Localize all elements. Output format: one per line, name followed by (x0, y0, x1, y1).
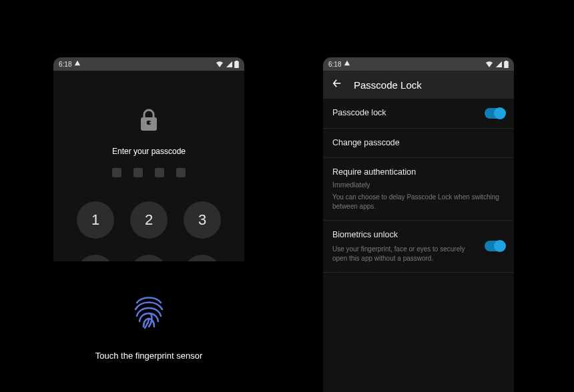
status-icons (485, 61, 509, 68)
row-desc: Use your fingerprint, face or eyes to se… (332, 245, 477, 263)
lock-icon (53, 108, 244, 132)
status-icons (216, 61, 239, 68)
fingerprint-icon[interactable] (130, 293, 168, 333)
status-time: 6:18 (328, 61, 341, 68)
title-bar: Passcode Lock (323, 71, 514, 99)
pin-dot (155, 168, 164, 177)
pin-dot (133, 168, 143, 177)
settings-list: Passcode lock Change passcode Require au… (323, 99, 514, 273)
svg-rect-0 (234, 61, 239, 68)
passcode-dots (53, 168, 244, 177)
row-desc: You can choose to delay Passcode Lock wh… (332, 193, 505, 211)
signal-icon (495, 61, 502, 67)
battery-icon (234, 61, 239, 68)
page-title: Passcode Lock (354, 79, 422, 91)
keypad-key-1[interactable]: 1 (77, 201, 114, 239)
fingerprint-sheet: Touch the fingerprint sensor (53, 261, 244, 392)
keypad-key-3[interactable]: 3 (184, 201, 221, 239)
row-label: Change passcode (332, 137, 505, 149)
row-require-authentication[interactable]: Require authentication Immediately You c… (323, 158, 514, 221)
row-label: Passcode lock (332, 107, 477, 119)
svg-rect-5 (504, 61, 509, 68)
toggle-passcode-lock[interactable] (485, 108, 505, 119)
warning-icon (74, 60, 81, 68)
phone-lock-screen: 6:18 Enter your passco (53, 57, 244, 392)
status-bar: 6:18 (53, 57, 244, 71)
keypad-key-2[interactable]: 2 (130, 201, 168, 239)
row-change-passcode[interactable]: Change passcode (323, 129, 514, 159)
fingerprint-prompt: Touch the fingerprint sensor (95, 351, 202, 361)
pin-dot (176, 168, 186, 177)
back-arrow-icon[interactable] (331, 77, 343, 92)
wifi-icon (485, 61, 493, 67)
svg-rect-1 (236, 61, 238, 61)
passcode-entry-area: Enter your passcode 1 2 3 4 5 6 (53, 71, 244, 292)
svg-point-4 (150, 122, 152, 124)
svg-rect-6 (505, 61, 507, 61)
toggle-biometrics[interactable] (485, 241, 505, 251)
wifi-icon (216, 61, 224, 67)
row-value: Immediately (332, 180, 505, 190)
pin-dot (112, 168, 121, 177)
row-label: Biometrics unlock (332, 229, 477, 241)
passcode-prompt: Enter your passcode (53, 147, 244, 156)
status-bar: 6:18 (323, 57, 514, 71)
signal-icon (226, 61, 232, 67)
phone-settings-screen: 6:18 Passcode Lock Passcode lock (323, 57, 514, 392)
warning-icon (344, 60, 350, 68)
battery-icon (504, 61, 509, 68)
row-biometrics-unlock[interactable]: Biometrics unlock Use your fingerprint, … (323, 221, 514, 273)
row-label: Require authentication (332, 167, 505, 179)
status-time: 6:18 (59, 61, 71, 68)
row-passcode-lock[interactable]: Passcode lock (323, 99, 514, 129)
